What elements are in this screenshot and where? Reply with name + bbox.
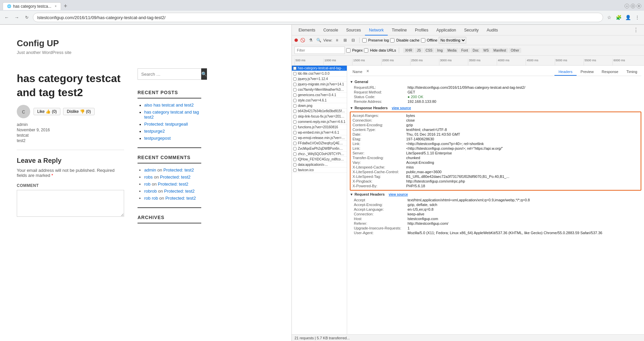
tab-network[interactable]: Network bbox=[365, 25, 388, 36]
net-checkbox-6[interactable] bbox=[293, 93, 297, 97]
net-checkbox-14[interactable] bbox=[293, 136, 297, 140]
address-bar[interactable] bbox=[33, 13, 603, 22]
network-item-6[interactable]: genericons.css?ver=3.4.1 bbox=[292, 92, 347, 98]
net-checkbox-18[interactable] bbox=[293, 158, 297, 161]
network-item-15[interactable]: FFda8w1VOeDZheqfcyQ4EOgd... bbox=[292, 141, 347, 146]
detail-tab-response[interactable]: Response bbox=[598, 68, 623, 76]
net-checkbox-2[interactable] bbox=[293, 72, 297, 75]
network-item-11[interactable]: comment-reply.min.js?ver=4.6.1 bbox=[292, 119, 347, 125]
disable-cache-checkbox[interactable] bbox=[390, 38, 394, 43]
net-checkbox-17[interactable] bbox=[293, 152, 297, 156]
record-button[interactable] bbox=[294, 39, 298, 42]
network-item-17[interactable]: zhcz-_WihjSQC0oHJ9TCYPi_vA... bbox=[292, 151, 347, 157]
filter-manifest[interactable]: Manifest bbox=[491, 48, 508, 53]
clear-button[interactable]: 🚫 bbox=[299, 37, 306, 44]
active-tab[interactable]: 🌐 has category testca... × bbox=[3, 2, 61, 10]
filter-input[interactable] bbox=[294, 47, 345, 54]
search-button[interactable]: 🔍 bbox=[201, 68, 207, 80]
recent-post-link-3[interactable]: Protected: testpurgeall bbox=[144, 122, 188, 127]
tab-security[interactable]: Security bbox=[460, 25, 483, 36]
tab-sources[interactable]: Sources bbox=[342, 25, 365, 36]
user-button[interactable]: 👤 bbox=[624, 13, 632, 21]
network-item-19[interactable]: data:application/x-... bbox=[292, 162, 347, 167]
comment-author-4[interactable]: robrob bbox=[144, 189, 157, 194]
network-item-10[interactable]: skip-link-focus-fix.js?ver=20160... bbox=[292, 114, 347, 119]
network-item-13[interactable]: wp-embed.min.js?ver=4.6.1 bbox=[292, 130, 347, 135]
comment-textarea[interactable] bbox=[17, 190, 124, 217]
net-checkbox-19[interactable] bbox=[293, 163, 297, 166]
comment-post-5[interactable]: Protected: test2 bbox=[165, 196, 196, 201]
forward-button[interactable]: → bbox=[13, 13, 21, 21]
network-item-4[interactable]: jquery-migrate.min.js?ver=14.1 bbox=[292, 82, 347, 87]
net-checkbox-20[interactable] bbox=[293, 168, 297, 172]
network-item-7[interactable]: style.css?ver=4.6.1 bbox=[292, 98, 347, 103]
net-checkbox-1[interactable] bbox=[293, 67, 297, 70]
reload-button[interactable]: ↻ bbox=[23, 13, 31, 21]
menu-button[interactable]: ⋮ bbox=[633, 13, 641, 21]
hide-data-urls-checkbox[interactable] bbox=[364, 48, 368, 53]
general-section-header[interactable]: ▼ General bbox=[350, 79, 641, 85]
network-item-5[interactable]: css?family=MerriWeather%3A40... bbox=[292, 87, 347, 92]
response-headers-view-source[interactable]: view source bbox=[392, 106, 411, 110]
close-button[interactable]: × bbox=[637, 4, 641, 8]
recent-post-link-1[interactable]: also has testcat and test2 bbox=[144, 103, 194, 108]
filter-doc[interactable]: Doc bbox=[471, 48, 481, 53]
like-button[interactable]: Like 👍 (0) bbox=[34, 108, 60, 115]
tab-profiles[interactable]: Profiles bbox=[411, 25, 432, 36]
filter-css[interactable]: CSS bbox=[424, 48, 435, 53]
filter-js[interactable]: JS bbox=[415, 48, 423, 53]
tab-elements[interactable]: Elements bbox=[294, 25, 319, 36]
filter-font[interactable]: Font bbox=[459, 48, 470, 53]
view-waterfall-button[interactable]: ⊟ bbox=[350, 37, 357, 44]
search-input[interactable] bbox=[138, 68, 201, 80]
net-checkbox-15[interactable] bbox=[293, 142, 297, 145]
comment-author-2[interactable]: robs bbox=[144, 175, 153, 180]
request-headers-section-header[interactable]: ▼ Request Headers view source bbox=[350, 191, 641, 197]
detail-close-button[interactable]: × bbox=[365, 68, 370, 76]
tab-console[interactable]: Console bbox=[319, 25, 342, 36]
comment-post-4[interactable]: Protected: test2 bbox=[164, 189, 195, 194]
filter-toggle-button[interactable]: ⚗ bbox=[307, 37, 314, 44]
regex-checkbox[interactable] bbox=[346, 48, 351, 53]
view-list-button[interactable]: ≡ bbox=[334, 37, 340, 44]
comment-post-2[interactable]: Protected: test2 bbox=[160, 175, 191, 180]
network-item-12[interactable]: functions.js?ver=20160816 bbox=[292, 125, 347, 130]
recent-post-link-2[interactable]: has category testcat and tag test2 bbox=[144, 110, 199, 120]
maximize-button[interactable]: □ bbox=[631, 4, 635, 8]
comment-author-1[interactable]: admin bbox=[144, 167, 156, 173]
network-item-1[interactable]: has-category-testcat-and-tag-te... bbox=[292, 66, 347, 71]
network-item-14[interactable]: wp-emoji-release.min.js?ver=4.6.1 bbox=[292, 135, 347, 141]
comment-author-5[interactable]: rob rob bbox=[144, 196, 158, 201]
preserve-log-checkbox[interactable] bbox=[362, 38, 367, 43]
network-item-8[interactable]: down.png bbox=[292, 103, 347, 109]
extensions-button[interactable]: 🧩 bbox=[614, 13, 623, 21]
net-checkbox-8[interactable] bbox=[293, 104, 297, 108]
request-headers-view-source[interactable]: view source bbox=[389, 193, 408, 196]
search-button-dt[interactable]: 🔍 bbox=[315, 37, 322, 44]
comment-post-1[interactable]: Protected: test2 bbox=[163, 167, 194, 173]
detail-tab-preview[interactable]: Preview bbox=[577, 68, 598, 76]
response-headers-section-header[interactable]: ▼ Response Headers view source bbox=[350, 105, 641, 111]
net-checkbox-10[interactable] bbox=[293, 115, 297, 118]
network-item-20[interactable]: favicon.ico bbox=[292, 167, 347, 173]
network-item-9[interactable]: b642b4217b34b1e8d3bd915fc65... bbox=[292, 109, 347, 114]
net-checkbox-13[interactable] bbox=[293, 131, 297, 134]
detail-tab-timing[interactable]: Timing bbox=[622, 68, 641, 76]
dislike-button[interactable]: Dislike 👎 (0) bbox=[63, 108, 95, 115]
minimize-button[interactable]: − bbox=[625, 4, 629, 8]
net-checkbox-3[interactable] bbox=[293, 77, 297, 81]
network-item-18[interactable]: lQHow_FEYiDC4Gzy_m8fcoWM... bbox=[292, 157, 347, 162]
new-tab-button[interactable]: + bbox=[61, 3, 70, 10]
back-button[interactable]: ← bbox=[3, 13, 11, 21]
devtools-more-button[interactable]: ⋮ bbox=[631, 27, 641, 33]
net-checkbox-11[interactable] bbox=[293, 120, 297, 124]
filter-img[interactable]: Img bbox=[435, 48, 445, 53]
filter-ws[interactable]: WS bbox=[481, 48, 491, 53]
detail-tab-headers[interactable]: Headers bbox=[554, 68, 577, 76]
throttling-select[interactable]: No throttling bbox=[439, 37, 466, 44]
filter-media[interactable]: Media bbox=[445, 48, 459, 53]
net-checkbox-7[interactable] bbox=[293, 99, 297, 102]
net-checkbox-9[interactable] bbox=[293, 110, 297, 113]
net-checkbox-5[interactable] bbox=[293, 88, 297, 91]
tab-timeline[interactable]: Timeline bbox=[388, 25, 411, 36]
